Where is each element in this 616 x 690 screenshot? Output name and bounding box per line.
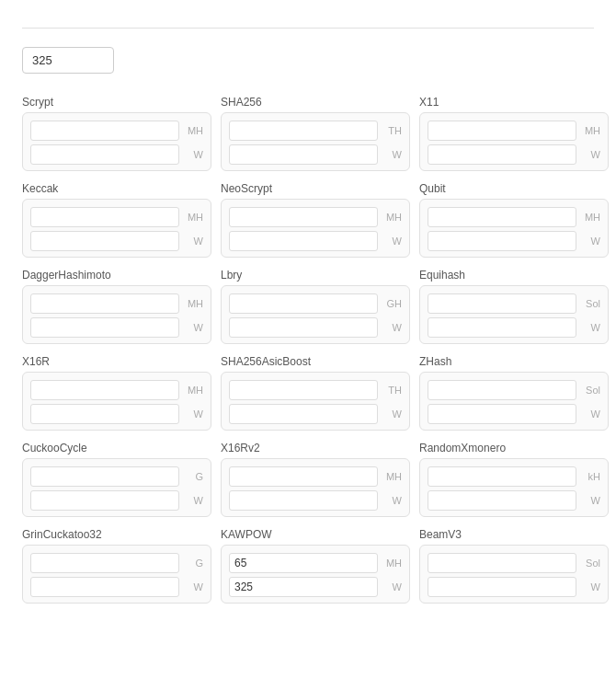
algo-group: X16RMHW [22, 355, 211, 431]
algo-group: LbryGHW [221, 269, 410, 344]
wattage-row: W [30, 490, 203, 511]
wattage-unit: W [382, 149, 402, 160]
wattage-row: W [428, 577, 600, 597]
algo-name: Scrypt [22, 96, 211, 109]
hashrate-unit: MH [382, 212, 402, 223]
wattage-unit: W [580, 495, 600, 506]
hashrate-input[interactable] [229, 293, 378, 314]
hashrate-unit: G [183, 471, 203, 482]
hashrate-row: MH [229, 553, 402, 573]
wattage-row: W [428, 404, 600, 424]
wattage-input[interactable] [229, 404, 378, 424]
hashrate-input[interactable] [428, 466, 576, 487]
hashrate-unit: Sol [580, 385, 600, 396]
wattage-row: W [229, 231, 402, 251]
wattage-input[interactable] [30, 231, 179, 251]
wattage-input[interactable] [30, 317, 179, 338]
power-section [22, 47, 594, 74]
wattage-input[interactable] [428, 577, 576, 597]
wattage-input[interactable] [229, 490, 378, 511]
hashrate-input[interactable] [428, 553, 576, 573]
hashrate-row: Sol [428, 293, 600, 314]
wattage-input[interactable] [229, 231, 378, 251]
hashrate-input[interactable] [229, 380, 378, 400]
hashrate-input[interactable] [428, 293, 576, 314]
hashrate-row: Sol [428, 380, 600, 400]
algo-card: GW [22, 458, 211, 517]
wattage-row: W [229, 577, 402, 597]
hashrate-unit: TH [382, 385, 402, 396]
algo-name: BeamV3 [419, 528, 609, 541]
hashrate-input[interactable] [229, 207, 378, 227]
algo-card: SolW [419, 372, 609, 431]
wattage-unit: W [183, 236, 203, 247]
hashrate-unit: MH [183, 212, 203, 223]
wattage-unit: W [382, 322, 402, 333]
hashrate-input[interactable] [30, 207, 179, 227]
algo-group: X11MHW [419, 96, 609, 171]
hashrate-unit: MH [183, 385, 203, 396]
wattage-input[interactable] [428, 144, 576, 165]
hashrate-input[interactable] [30, 293, 179, 314]
wattage-input[interactable] [229, 317, 378, 338]
hashrate-input[interactable] [428, 380, 576, 400]
wattage-unit: W [580, 236, 600, 247]
wattage-row: W [229, 404, 402, 424]
wattage-input[interactable] [30, 144, 179, 165]
hashrate-input[interactable] [229, 553, 378, 573]
hashrate-row: TH [229, 380, 402, 400]
wattage-input[interactable] [30, 577, 179, 597]
hashrate-input[interactable] [30, 380, 179, 400]
algo-group: KAWPOWMHW [221, 528, 410, 604]
algo-group: SHA256THW [221, 96, 410, 171]
hashrate-unit: MH [183, 125, 203, 136]
hashrate-row: MH [428, 207, 600, 227]
algo-card: THW [221, 112, 410, 171]
hashrate-row: Sol [428, 553, 600, 573]
hashrate-row: MH [30, 121, 203, 141]
power-input[interactable] [22, 47, 114, 74]
wattage-row: W [428, 317, 600, 338]
wattage-input[interactable] [30, 490, 179, 511]
hashrate-input[interactable] [30, 466, 179, 487]
wattage-input[interactable] [428, 404, 576, 424]
algo-card: SolW [419, 545, 609, 604]
hashrate-input[interactable] [229, 466, 378, 487]
algorithms-grid: ScryptMHWSHA256THWX11MHWX13MHWKeccakMHWN… [22, 96, 594, 604]
wattage-input[interactable] [428, 490, 576, 511]
wattage-row: W [30, 404, 203, 424]
wattage-unit: W [183, 408, 203, 420]
wattage-input[interactable] [30, 404, 179, 424]
algo-card: SolW [419, 285, 609, 344]
hashrate-row: MH [229, 466, 402, 487]
algo-card: MHW [22, 372, 211, 431]
algo-group: KeccakMHW [22, 182, 211, 258]
wattage-input[interactable] [428, 231, 576, 251]
wattage-input[interactable] [428, 317, 576, 338]
wattage-unit: W [183, 581, 203, 592]
hashrate-row: G [30, 466, 203, 487]
algo-card: GW [22, 545, 211, 604]
wattage-unit: W [580, 581, 600, 592]
wattage-input[interactable] [229, 144, 378, 165]
hashrate-input[interactable] [229, 121, 378, 141]
wattage-row: W [428, 231, 600, 251]
hashrate-input[interactable] [30, 121, 179, 141]
hashrate-row: GH [229, 293, 402, 314]
hashrate-row: G [30, 553, 203, 573]
algo-group: QubitMHW [419, 182, 609, 258]
wattage-input[interactable] [229, 577, 378, 597]
algo-group: GrinCuckatoo32GW [22, 528, 211, 604]
page-title [22, 15, 594, 29]
algo-name: X16R [22, 355, 211, 368]
hashrate-input[interactable] [428, 207, 576, 227]
hashrate-input[interactable] [428, 121, 576, 141]
wattage-row: W [428, 490, 600, 511]
hashrate-input[interactable] [30, 553, 179, 573]
hashrate-unit: kH [580, 471, 600, 482]
hashrate-unit: MH [382, 558, 402, 569]
algo-name: SHA256AsicBoost [221, 355, 410, 368]
algo-card: MHW [22, 285, 211, 344]
algo-name: Keccak [22, 182, 211, 195]
algo-name: Equihash [419, 269, 609, 282]
